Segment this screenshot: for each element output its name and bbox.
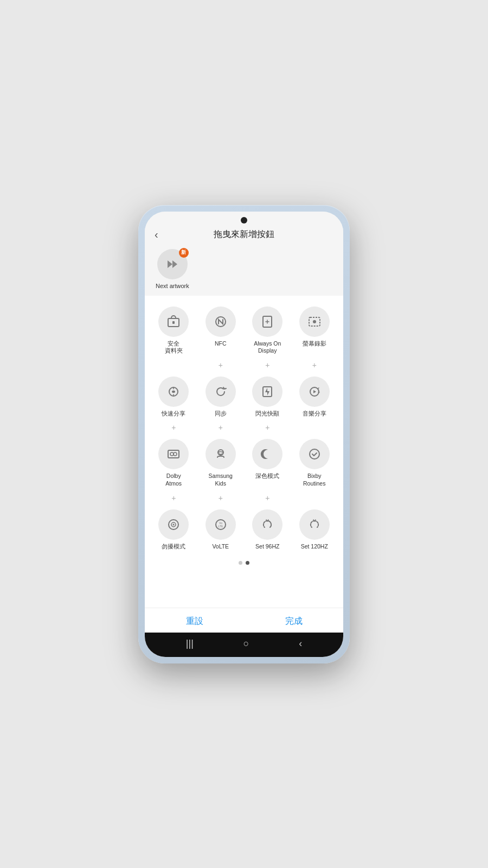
page-dots — [150, 556, 338, 568]
back-button[interactable]: ‹ — [155, 228, 158, 241]
grid-row-2: 快速分享 同步 閃光快顯 — [150, 371, 338, 423]
camera-area — [145, 212, 343, 224]
dnd-icon — [158, 509, 189, 540]
page-title: 拖曳來新增按鈕 — [214, 229, 274, 240]
volte-icon: VoLTE — [206, 509, 236, 540]
bixby-label: BixbyRoutines — [303, 473, 325, 487]
dolby-label: DolbyAtmos — [165, 473, 182, 487]
bixby-icon — [299, 439, 330, 469]
next-artwork-icon-circle: 新 — [157, 249, 188, 279]
music-share-label: 音樂分享 — [303, 410, 326, 418]
safe-folder-icon — [158, 307, 189, 337]
volte-label: VoLTE — [212, 543, 229, 551]
kids-label: SamsungKids — [209, 473, 233, 487]
svg-point-13 — [219, 451, 220, 452]
grid-item-safe-folder[interactable]: 安全資料夾 — [150, 301, 197, 360]
svg-point-10 — [170, 452, 174, 456]
grid-item-bixby[interactable]: BixbyRoutines — [291, 433, 338, 493]
svg-point-14 — [222, 451, 223, 452]
grid-item-dark-mode[interactable]: 深色模式 — [244, 433, 291, 493]
dot-1 — [239, 561, 242, 565]
reset-button[interactable]: 重設 — [145, 616, 244, 627]
grid-item-aod[interactable]: Always OnDisplay — [244, 301, 291, 360]
flash-icon — [252, 376, 282, 407]
svg-point-5 — [313, 320, 316, 323]
grid-item-volte[interactable]: VoLTE VoLTE — [197, 504, 245, 556]
screen-record-icon — [299, 307, 330, 337]
back-nav-button[interactable]: ‹ — [299, 638, 302, 649]
grid-row-3: DolbyAtmos SamsungKids 深色模式 — [150, 433, 338, 493]
aod-label: Always OnDisplay — [254, 340, 281, 355]
plus-row-2: + + + — [150, 423, 338, 433]
music-share-icon — [299, 376, 330, 407]
sync-icon — [206, 376, 236, 407]
grid-item-hz96[interactable]: Set 96HZ — [244, 504, 291, 556]
kids-icon — [206, 439, 236, 469]
quick-share-icon — [158, 376, 189, 407]
grid-item-music-share[interactable]: 音樂分享 — [291, 371, 338, 423]
grid-item-sync[interactable]: 同步 — [197, 371, 245, 423]
plus-row-3: + + + — [150, 493, 338, 504]
svg-rect-1 — [172, 321, 175, 324]
nav-bar: ||| ○ ‹ — [145, 633, 343, 657]
dark-mode-label: 深色模式 — [255, 473, 279, 480]
recents-button[interactable]: ||| — [186, 638, 194, 649]
svg-point-11 — [174, 452, 177, 456]
hz96-label: Set 96HZ — [255, 543, 279, 551]
grid-item-dnd[interactable]: 勿擾模式 — [150, 504, 197, 556]
dark-mode-icon — [252, 439, 282, 469]
plus-row-1: + + + — [150, 360, 338, 371]
hz120-label: Set 120HZ — [301, 543, 328, 551]
selected-area: 新 Next artwork — [145, 245, 343, 296]
dolby-icon — [158, 439, 189, 469]
done-button[interactable]: 完成 — [244, 616, 343, 627]
hz96-icon — [252, 509, 282, 540]
hz120-icon — [299, 509, 330, 540]
quick-share-label: 快速分享 — [162, 410, 185, 418]
bottom-bar: 重設 完成 — [145, 608, 343, 633]
nfc-label: NFC — [215, 340, 227, 348]
phone-screen: ‹ 拖曳來新增按鈕 新 Next artwork — [145, 212, 343, 657]
next-artwork-item[interactable]: 新 Next artwork — [156, 249, 189, 289]
camera-dot — [241, 217, 247, 224]
new-badge: 新 — [179, 248, 189, 258]
grid-row-4: 勿擾模式 VoLTE VoLTE Set 96HZ — [150, 504, 338, 556]
grid-item-hz120[interactable]: Set 120HZ — [291, 504, 338, 556]
grid-item-quick-share[interactable]: 快速分享 — [150, 371, 197, 423]
next-artwork-label: Next artwork — [156, 283, 189, 289]
svg-point-18 — [173, 524, 175, 525]
screen-record-label: 螢幕錄影 — [303, 340, 326, 348]
grid-item-kids[interactable]: SamsungKids — [197, 433, 245, 493]
aod-icon — [252, 307, 282, 337]
grid-row-1: 安全資料夾 NFC Always OnDisplay — [150, 301, 338, 360]
grid-item-flash[interactable]: 閃光快顯 — [244, 371, 291, 423]
safe-folder-label: 安全資料夾 — [165, 340, 183, 355]
header: ‹ 拖曳來新增按鈕 — [145, 224, 343, 245]
nfc-icon — [206, 307, 236, 337]
phone-frame: ‹ 拖曳來新增按鈕 新 Next artwork — [138, 205, 350, 663]
flash-label: 閃光快顯 — [255, 410, 279, 418]
grid-item-screen-record[interactable]: 螢幕錄影 — [291, 301, 338, 360]
grid-item-dolby[interactable]: DolbyAtmos — [150, 433, 197, 493]
grid-item-nfc[interactable]: NFC — [197, 301, 245, 360]
svg-point-15 — [310, 449, 319, 459]
grid-area: 安全資料夾 NFC Always OnDisplay — [145, 296, 343, 608]
home-button[interactable]: ○ — [243, 638, 249, 649]
sync-label: 同步 — [215, 410, 227, 418]
svg-text:LTE: LTE — [218, 525, 223, 528]
dot-2 — [246, 561, 249, 565]
dnd-label: 勿擾模式 — [162, 543, 185, 551]
